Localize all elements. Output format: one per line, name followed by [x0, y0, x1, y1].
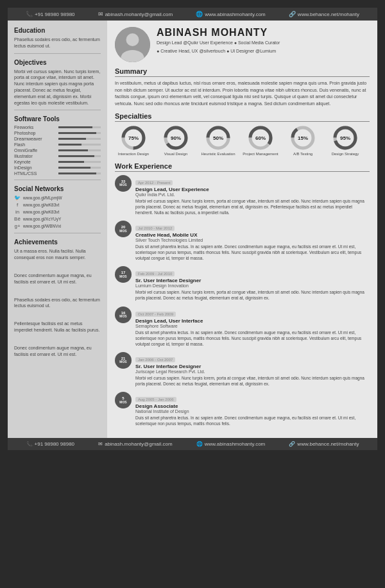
objectives-text: Morbi vel cursus sapien. Nunc turpis lor… — [14, 69, 101, 106]
specialty-name: Heuristic Evaluation — [201, 152, 235, 157]
work-details: Apr 2012 - Present Design Lead, User Exp… — [135, 175, 370, 215]
tool-bar-fill — [58, 167, 90, 169]
social-row: Bē www.goo.gl/XcYUyY — [14, 216, 101, 222]
donut-container: 90% — [163, 125, 189, 151]
tool-bar-fill — [58, 172, 96, 174]
work-date: Jul 2010 - Mar 2012 — [135, 226, 175, 231]
tool-bar-bg — [58, 138, 101, 140]
work-company: Semaphore Software — [135, 324, 370, 328]
work-title: Design Lead, User Interface — [135, 318, 370, 324]
tool-bar-fill — [58, 155, 94, 157]
work-company: National Institute of Design — [135, 409, 370, 414]
tool-bar-bg — [58, 149, 101, 151]
work-date: Aug 2005 - Jan 2006 — [135, 397, 176, 402]
social-row: 🐦 www.goo.gl/MLpmjW — [14, 195, 101, 201]
contact-website: 🌐 www.abinashmohanty.com — [196, 11, 266, 17]
tool-bar-bg — [58, 167, 101, 169]
objectives-title: Objectives — [14, 59, 101, 66]
donut-label: 60% — [255, 135, 266, 141]
donut-container: 95% — [332, 125, 358, 151]
tool-row: Flash — [14, 142, 101, 147]
contact-email: ✉ abinash.mohanty@gmail.com — [98, 11, 173, 17]
achievements-text-4: Pellentesque facilisis est ac metus impe… — [14, 321, 101, 333]
social-row: g+ www.goo.gl/WBNVxi — [14, 223, 101, 229]
tool-bar-fill — [58, 144, 81, 146]
top-bar: 📞 +91 98980 98980 ✉ abinash.mohanty@gmai… — [8, 8, 377, 21]
svg-point-1 — [126, 33, 139, 46]
specialty-name: Interaction Design — [118, 152, 149, 157]
work-badge: 21 MOS — [115, 352, 132, 369]
tool-name: Dreamweaver — [14, 137, 56, 141]
specialty-name: Visual Design — [164, 152, 188, 157]
badge-unit: MOS — [119, 360, 126, 364]
phone-number: +91 98980 98980 — [35, 12, 75, 17]
bottom-bar: 📞 +91 98980 98980 ✉ abinash.mohanty@gmai… — [8, 438, 377, 450]
tool-name: Fireworks — [14, 125, 56, 130]
profile-info: ABINASH MOHANTY Design Lead @Quikr User … — [157, 27, 370, 55]
tool-row: Dreamweaver — [14, 137, 101, 141]
tool-bar-bg — [58, 172, 101, 174]
donut-container: 75% — [121, 125, 146, 151]
footer-website: 🌐 www.abinashmohanty.com — [196, 441, 266, 447]
social-link: www.goo.gl/WBNVxi — [23, 224, 61, 228]
tool-row: Illustrator — [14, 154, 101, 158]
tool-name: OmniGraffe — [14, 148, 56, 153]
work-badge: 33 MOS — [115, 175, 132, 192]
education-text: Phasellus sodales eros odio, ac fermentu… — [14, 37, 101, 49]
work-badge: 20 MOS — [115, 221, 132, 237]
tool-bar-bg — [58, 144, 101, 146]
specialty-item: 60% Project Management — [242, 125, 279, 157]
tool-bar-fill — [58, 149, 88, 151]
globe-icon: 🌐 — [196, 11, 203, 17]
work-details: Jul 2010 - Mar 2012 Creative Head, Mobil… — [135, 221, 370, 261]
achievements-title: Achievements — [14, 239, 101, 246]
tool-name: Flash — [14, 142, 56, 147]
work-item: 5 MOS Aug 2005 - Jan 2006 Design Associa… — [115, 392, 370, 426]
specialty-item: 95% Design Strategy — [327, 125, 364, 157]
work-badge: 17 MOS — [115, 266, 132, 283]
badge-unit: MOS — [119, 315, 126, 319]
divider-3 — [14, 180, 101, 180]
work-item: 33 MOS Apr 2012 - Present Design Lead, U… — [115, 175, 370, 215]
work-badge: 16 MOS — [115, 307, 132, 323]
behance-icon: 🔗 — [289, 11, 296, 17]
work-title: Design Lead, User Experience — [135, 187, 370, 192]
tool-bar-bg — [58, 126, 101, 128]
work-details: Jan 2006 - Oct 2007 Sr. User Interface D… — [135, 352, 370, 387]
footer-behance-url: www.behance.net/mohanty — [297, 441, 359, 447]
donut-container: 60% — [248, 125, 273, 151]
social-icon: 🐦 — [14, 195, 21, 201]
work-header: Work Experience — [115, 162, 370, 172]
work-details: Aug 2005 - Jan 2006 Design Associate Nat… — [135, 392, 370, 426]
specialty-item: 75% Interaction Design — [115, 125, 152, 157]
profile-photo — [115, 27, 150, 62]
work-details: Feb 2009 - Jul 2010 Sr. User Interface D… — [135, 266, 370, 301]
work-desc: Morbi vel cursus sapien. Nunc turpis lor… — [135, 198, 370, 215]
website-url: www.abinashmohanty.com — [205, 12, 266, 17]
tool-row: Photoshop — [14, 131, 101, 135]
profile-header: ABINASH MOHANTY Design Lead @Quikr User … — [115, 27, 370, 62]
contact-phone: 📞 +91 98980 98980 — [26, 11, 75, 17]
social-row: in www.goo.gl/wK83vt — [14, 209, 101, 215]
specialties-header: Specialties — [115, 112, 370, 122]
specialty-item: 15% A/B Testing — [284, 125, 321, 157]
footer-website-url: www.abinashmohanty.com — [205, 441, 266, 447]
work-desc: Duis sit amet pharetra lectus. In ac sap… — [135, 330, 370, 347]
resume-wrapper: 📞 +91 98980 98980 ✉ abinash.mohanty@gmai… — [8, 8, 377, 450]
social-link: www.goo.gl/MLpmjW — [23, 196, 62, 200]
footer-email: ✉ abinash.mohanty@gmail.com — [98, 441, 173, 447]
summary-header: Summary — [115, 67, 370, 77]
right-column: ABINASH MOHANTY Design Lead @Quikr User … — [107, 21, 377, 438]
specialties-container: 75% Interaction Design 90% Visual Design… — [115, 125, 370, 157]
specialty-item: 90% Visual Design — [157, 125, 194, 157]
work-item: 17 MOS Feb 2009 - Jul 2010 Sr. User Inte… — [115, 266, 370, 301]
tool-row: HTML/CSS — [14, 171, 101, 176]
footer-email-address: abinash.mohanty@gmail.com — [105, 441, 173, 447]
tool-bar-fill — [58, 161, 84, 163]
tool-row: OmniGraffe — [14, 148, 101, 153]
work-title: Design Associate — [135, 403, 370, 409]
tool-bar-fill — [58, 132, 96, 134]
profile-title-line2: ● Creative Head, UX @silvertouch ● UI De… — [157, 48, 370, 55]
specialty-name: A/B Testing — [293, 152, 312, 157]
footer-globe-icon: 🌐 — [196, 441, 203, 447]
